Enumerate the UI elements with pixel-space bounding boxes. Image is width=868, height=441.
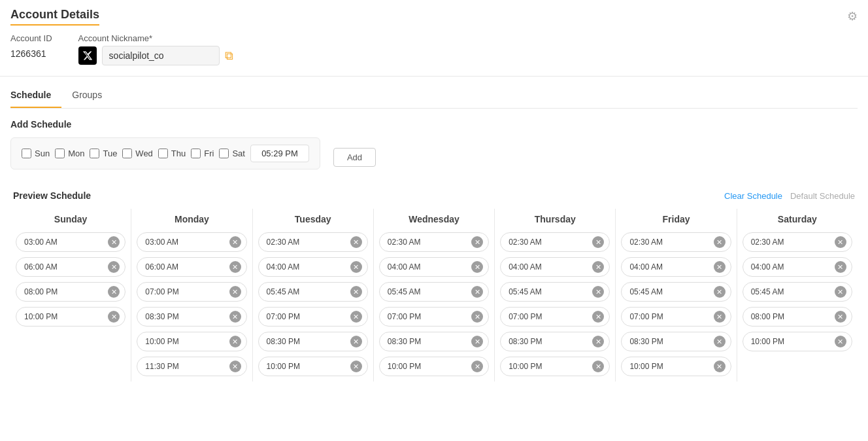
remove-time-button[interactable]: ✕ xyxy=(714,261,726,273)
time-label: 11:30 PM xyxy=(145,362,178,371)
time-label: 05:45 AM xyxy=(267,287,300,296)
remove-time-button[interactable]: ✕ xyxy=(592,261,604,273)
remove-time-button[interactable]: ✕ xyxy=(229,236,241,248)
time-slot: 08:30 PM✕ xyxy=(621,332,731,351)
checkbox-sun[interactable] xyxy=(22,149,31,158)
time-slot: 05:45 AM✕ xyxy=(621,282,731,302)
checkbox-wed[interactable] xyxy=(122,149,132,158)
remove-time-button[interactable]: ✕ xyxy=(835,336,846,347)
time-label: 02:30 AM xyxy=(751,238,784,247)
time-slot: 04:00 AM✕ xyxy=(258,257,368,277)
add-schedule-button[interactable]: Add xyxy=(333,148,376,167)
time-slot: 04:00 AM✕ xyxy=(621,257,731,277)
time-slot: 08:30 PM✕ xyxy=(258,332,368,351)
time-label: 08:30 PM xyxy=(629,337,663,346)
settings-icon[interactable]: ⚙ xyxy=(847,9,858,24)
remove-time-button[interactable]: ✕ xyxy=(835,261,846,273)
time-slot: 10:00 PM✕ xyxy=(500,357,610,376)
checkbox-fri[interactable] xyxy=(191,149,201,158)
time-label: 04:00 AM xyxy=(751,262,784,272)
remove-time-button[interactable]: ✕ xyxy=(350,236,362,248)
remove-time-button[interactable]: ✕ xyxy=(350,361,362,372)
time-slot: 07:00 PM✕ xyxy=(621,307,731,326)
remove-time-button[interactable]: ✕ xyxy=(835,311,846,323)
time-picker-input[interactable] xyxy=(250,145,309,162)
remove-time-button[interactable]: ✕ xyxy=(592,286,604,298)
day-wednesday[interactable]: Wed xyxy=(122,149,153,158)
time-slot: 02:30 AM✕ xyxy=(500,232,610,252)
remove-time-button[interactable]: ✕ xyxy=(471,336,483,347)
time-slot: 10:00 PM✕ xyxy=(137,332,246,351)
remove-time-button[interactable]: ✕ xyxy=(229,361,241,372)
time-label: 02:30 AM xyxy=(267,238,300,247)
remove-time-button[interactable]: ✕ xyxy=(592,311,604,323)
remove-time-button[interactable]: ✕ xyxy=(229,261,241,273)
day-thursday[interactable]: Thu xyxy=(158,149,186,158)
time-label: 07:00 PM xyxy=(388,312,421,321)
remove-time-button[interactable]: ✕ xyxy=(471,286,483,298)
time-label: 07:00 PM xyxy=(145,287,178,296)
preview-schedule-title: Preview Schedule xyxy=(13,190,91,201)
remove-time-button[interactable]: ✕ xyxy=(350,311,362,323)
remove-time-button[interactable]: ✕ xyxy=(714,336,726,347)
remove-time-button[interactable]: ✕ xyxy=(229,311,241,323)
time-slot: 04:00 AM✕ xyxy=(379,257,489,277)
remove-time-button[interactable]: ✕ xyxy=(108,286,120,298)
checkbox-thu[interactable] xyxy=(158,149,168,158)
time-slot: 02:30 AM✕ xyxy=(621,232,731,252)
add-schedule-label: Add Schedule xyxy=(10,119,858,130)
clear-schedule-button[interactable]: Clear Schedule xyxy=(724,191,782,201)
nickname-input[interactable] xyxy=(102,46,220,65)
remove-time-button[interactable]: ✕ xyxy=(592,236,604,248)
remove-time-button[interactable]: ✕ xyxy=(350,336,362,347)
time-label: 08:00 PM xyxy=(24,287,58,296)
default-schedule-button[interactable]: Default Schedule xyxy=(790,191,855,201)
time-slot: 05:45 AM✕ xyxy=(743,282,852,302)
remove-time-button[interactable]: ✕ xyxy=(350,286,362,298)
remove-time-button[interactable]: ✕ xyxy=(229,286,241,298)
remove-time-button[interactable]: ✕ xyxy=(592,361,604,372)
time-label: 05:45 AM xyxy=(388,287,421,296)
time-slot: 10:00 PM✕ xyxy=(379,357,489,376)
remove-time-button[interactable]: ✕ xyxy=(229,336,241,347)
tab-schedule[interactable]: Schedule xyxy=(10,84,61,108)
day-column-thursday: Thursday02:30 AM✕04:00 AM✕05:45 AM✕07:00… xyxy=(495,209,616,381)
day-tuesday[interactable]: Tue xyxy=(90,149,117,158)
day-friday[interactable]: Fri xyxy=(191,149,214,158)
day-header-tuesday: Tuesday xyxy=(258,209,368,232)
day-saturday[interactable]: Sat xyxy=(219,149,245,158)
remove-time-button[interactable]: ✕ xyxy=(108,261,120,273)
time-label: 04:00 AM xyxy=(267,262,300,272)
remove-time-button[interactable]: ✕ xyxy=(108,311,120,323)
remove-time-button[interactable]: ✕ xyxy=(471,311,483,323)
time-slot: 05:45 AM✕ xyxy=(500,282,610,302)
day-sunday[interactable]: Sun xyxy=(22,149,50,158)
remove-time-button[interactable]: ✕ xyxy=(350,261,362,273)
day-monday[interactable]: Mon xyxy=(55,149,84,158)
account-id-label: Account ID xyxy=(10,33,52,43)
remove-time-button[interactable]: ✕ xyxy=(592,336,604,347)
checkbox-sat[interactable] xyxy=(219,149,229,158)
remove-time-button[interactable]: ✕ xyxy=(835,236,846,248)
schedule-builder-row: Sun Mon Tue Wed Thu Fri Sa xyxy=(10,137,320,169)
preview-header: Preview Schedule Clear Schedule Default … xyxy=(10,190,858,201)
remove-time-button[interactable]: ✕ xyxy=(714,286,726,298)
checkbox-tue[interactable] xyxy=(90,149,99,158)
remove-time-button[interactable]: ✕ xyxy=(714,236,726,248)
remove-time-button[interactable]: ✕ xyxy=(471,236,483,248)
time-slot: 06:00 AM✕ xyxy=(16,257,125,277)
remove-time-button[interactable]: ✕ xyxy=(714,361,726,372)
remove-time-button[interactable]: ✕ xyxy=(471,361,483,372)
time-slot: 08:30 PM✕ xyxy=(379,332,489,351)
remove-time-button[interactable]: ✕ xyxy=(108,236,120,248)
checkbox-mon[interactable] xyxy=(55,149,65,158)
tab-groups[interactable]: Groups xyxy=(72,84,112,108)
remove-time-button[interactable]: ✕ xyxy=(835,286,846,298)
x-platform-icon xyxy=(78,46,97,65)
remove-time-button[interactable]: ✕ xyxy=(714,311,726,323)
remove-time-button[interactable]: ✕ xyxy=(471,261,483,273)
account-id-value: 1266361 xyxy=(10,46,52,62)
external-link-icon[interactable]: ⧉ xyxy=(225,49,233,63)
time-label: 02:30 AM xyxy=(629,238,663,247)
day-header-sunday: Sunday xyxy=(16,209,125,232)
